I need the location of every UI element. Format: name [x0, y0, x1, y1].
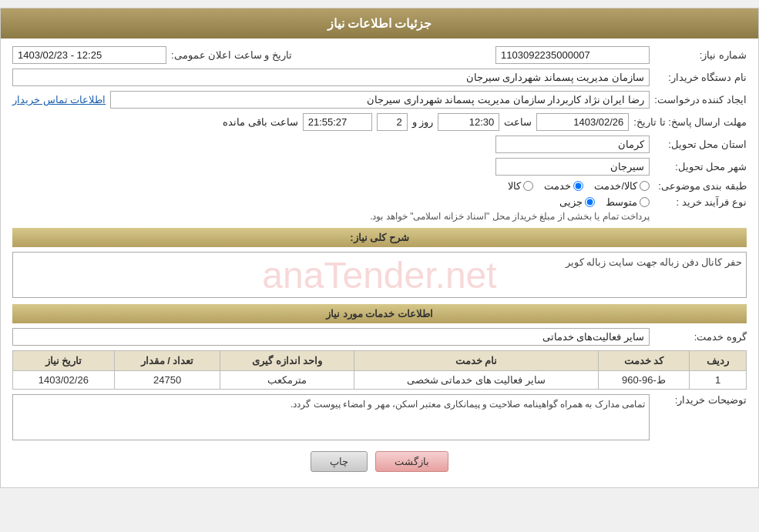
value-ijadKonande: رضا ایران نژاد کاربردار سازمان مدیریت پس… — [110, 91, 650, 109]
row-ijadKonande: ایجاد کننده درخواست: رضا ایران نژاد کارب… — [12, 91, 747, 109]
label-tabaqe: طبقه بندی موضوعی: — [654, 180, 747, 192]
row-mohlat: مهلت ارسال پاسخ: تا تاریخ: 1403/02/26 سا… — [12, 113, 747, 131]
value-tarikh: 1403/02/23 - 12:25 — [12, 46, 166, 64]
row-namDastgah: نام دستگاه خریدار: سازمان مدیریت پسماند … — [12, 69, 747, 86]
tabaqe-radio-group: کالا/خدمت خدمت کالا — [508, 180, 650, 192]
col-tarikh: تاریخ نیاز — [13, 351, 115, 371]
radio-jozi-input[interactable] — [585, 197, 595, 207]
table-row: 1ط-96-960سایر فعالیت های خدماتی شخصیمترم… — [13, 371, 747, 390]
col-radif: ردیف — [690, 351, 747, 371]
radio-jozi: جزیی — [559, 196, 595, 208]
btn-print[interactable]: چاپ — [311, 451, 368, 472]
label-kala-khedmat: کالا/خدمت — [594, 180, 637, 192]
row-noeFarayand: نوع فرآیند خرید : متوسط جزیی پرداخت تمام… — [12, 196, 747, 222]
col-kodKhedmat: کد خدمت — [598, 351, 689, 371]
row-shomareNiaz: شماره نیاز: 1103092235000007 تاریخ و ساع… — [12, 46, 747, 64]
section-sharh: شرح کلی نیاز: — [12, 228, 747, 247]
noeFarayand-note: پرداخت تمام یا بخشی از مبلغ خریداز محل "… — [370, 211, 650, 222]
section-services: اطلاعات خدمات مورد نیاز — [12, 304, 747, 323]
col-tedad: تعداد / مقدار — [114, 351, 220, 371]
noeFarayand-radio-group: متوسط جزیی — [370, 196, 650, 208]
row-tabaqe: طبقه بندی موضوعی: کالا/خدمت خدمت کالا — [12, 180, 747, 192]
label-jozi: جزیی — [559, 196, 583, 208]
label-namDastgah: نام دستگاه خریدار: — [654, 72, 747, 83]
label-groheKhedmat: گروه خدمت: — [654, 331, 747, 343]
cell-namKhedmat: سایر فعالیت های خدماتی شخصی — [354, 371, 599, 390]
value-groheKhedmat: سایر فعالیت‌های خدماتی — [12, 328, 650, 346]
label-noeFarayand: نوع فرآیند خرید : — [654, 196, 747, 208]
row-tozihat: توضیحات خریدار: تمامی مدارک به همراه گوا… — [12, 394, 747, 440]
radio-khedmat-input[interactable] — [573, 181, 583, 191]
radio-kala: کالا — [508, 180, 533, 192]
page-wrapper: جزئیات اطلاعات نیاز شماره نیاز: 11030922… — [0, 8, 759, 488]
radio-kala-khedmat-input[interactable] — [640, 181, 650, 191]
label-mottaset: متوسط — [606, 196, 637, 208]
cell-kodKhedmat: ط-96-960 — [598, 371, 689, 390]
tozihat-value: تمامی مدارک به همراه گواهینامه صلاحیت و … — [12, 394, 650, 440]
value-roz: 2 — [377, 113, 408, 131]
radio-mottaset: متوسط — [606, 196, 650, 208]
label-saat: ساعت — [504, 116, 532, 128]
radio-kala-input[interactable] — [523, 181, 533, 191]
label-tozihat: توضیحات خریدار: — [654, 394, 747, 406]
radio-kala-khedmat: کالا/خدمت — [594, 180, 650, 192]
row-shahr: شهر محل تحویل: سیرجان — [12, 158, 747, 176]
col-namKhedmat: نام خدمت — [354, 351, 599, 371]
cell-tedad: 24750 — [114, 371, 220, 390]
cell-vahed: مترمکعب — [220, 371, 354, 390]
label-tarikh: تاریخ و ساعت اعلان عمومی: — [171, 49, 292, 61]
cell-tarikh: 1403/02/26 — [13, 371, 115, 390]
row-ostan: استان محل تحویل: کرمان — [12, 136, 747, 153]
button-row: بازگشت چاپ — [12, 451, 747, 472]
value-ostan: کرمان — [495, 136, 650, 153]
sharh-area: anaTender.net حفر کانال دفن زباله جهت سا… — [12, 252, 747, 298]
sharh-value: حفر کانال دفن زباله جهت سایت زباله کویر — [12, 252, 747, 298]
label-mohlat: مهلت ارسال پاسخ: تا تاریخ: — [633, 116, 747, 128]
label-mande: ساعت باقی مانده — [223, 116, 297, 128]
cell-radif: 1 — [690, 371, 747, 390]
label-shomareNiaz: شماره نیاز: — [654, 49, 747, 61]
value-mohlat-date: 1403/02/26 — [536, 113, 629, 131]
value-shomareNiaz: 1103092235000007 — [495, 46, 650, 64]
page-title: جزئیات اطلاعات نیاز — [1, 8, 758, 38]
radio-khedmat: خدمت — [544, 180, 583, 192]
label-roz: روز و — [412, 116, 434, 128]
content-area: شماره نیاز: 1103092235000007 تاریخ و ساع… — [1, 38, 758, 487]
label-kala: کالا — [508, 180, 521, 192]
label-shahr: شهر محل تحویل: — [654, 161, 747, 172]
label-khedmat: خدمت — [544, 180, 571, 192]
label-ijadKonande: ایجاد کننده درخواست: — [654, 94, 747, 105]
value-mande: 21:55:27 — [303, 113, 372, 131]
value-shahr: سیرجان — [495, 158, 650, 176]
value-saat: 12:30 — [438, 113, 499, 131]
services-table: ردیف کد خدمت نام خدمت واحد اندازه گیری ت… — [12, 350, 747, 390]
col-vahed: واحد اندازه گیری — [220, 351, 354, 371]
link-etelaat[interactable]: اطلاعات تماس خریدار — [12, 94, 106, 105]
label-ostan: استان محل تحویل: — [654, 139, 747, 150]
btn-back[interactable]: بازگشت — [375, 451, 448, 472]
row-groheKhedmat: گروه خدمت: سایر فعالیت‌های خدماتی — [12, 328, 747, 346]
value-namDastgah: سازمان مدیریت پسماند شهرداری سیرجان — [12, 69, 650, 86]
radio-mottaset-input[interactable] — [640, 197, 650, 207]
